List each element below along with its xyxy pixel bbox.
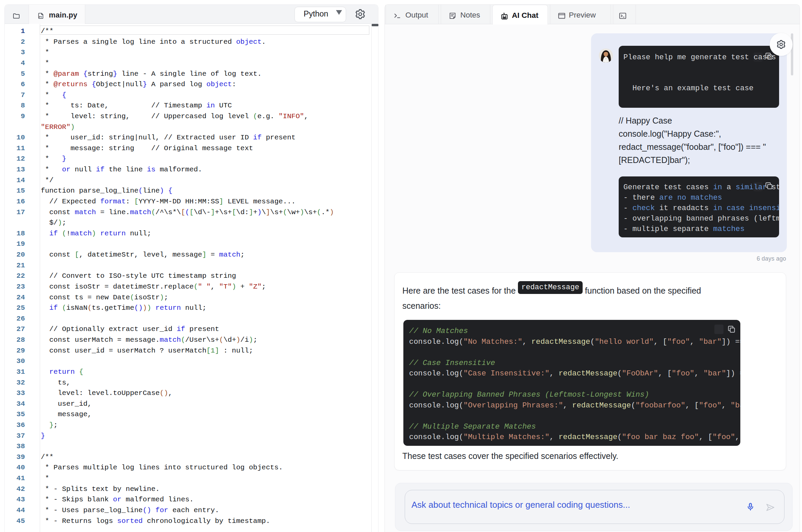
svg-text:PY: PY [39, 16, 42, 18]
